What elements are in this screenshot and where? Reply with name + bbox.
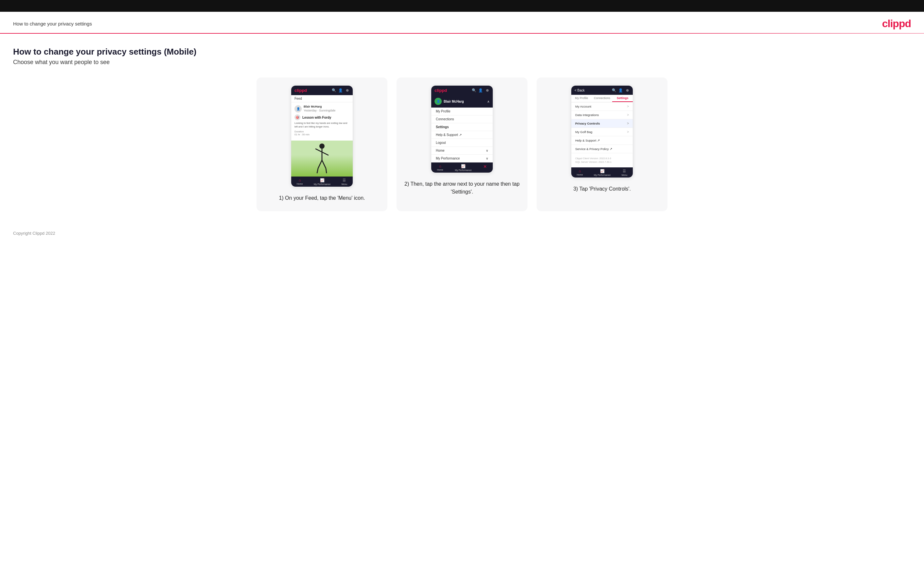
tab-myprofile[interactable]: My Profile xyxy=(571,95,592,102)
user-icon-3: 👤 xyxy=(619,88,623,92)
post-user-row: 👤 Blair McHarg Yesterday · Sunningdale xyxy=(294,105,349,113)
svg-point-0 xyxy=(319,143,325,149)
settings-footer: Clippd Client Version: 2022.8.3-3 GQL Se… xyxy=(571,153,633,168)
performance-icon: 📈 xyxy=(320,178,325,182)
post-duration: Duration01 hr : 30 min xyxy=(294,130,349,136)
nav3-menu-label: Menu xyxy=(622,174,628,176)
nav2-performance-label: My Performance xyxy=(455,169,472,171)
chevron-right-privacy: > xyxy=(627,122,629,125)
post-user-sub: Yesterday · Sunningdale xyxy=(304,109,335,113)
phone3-icons: 🔍 👤 ⊕ xyxy=(612,88,630,92)
home-icon: ⌂ xyxy=(299,178,301,182)
settings-item-privacy[interactable]: Privacy Controls > xyxy=(571,119,633,128)
settings-icon-2: ⊕ xyxy=(485,88,489,93)
phone2-bottom-nav: ⌂ Home 📈 My Performance ✕ xyxy=(431,163,493,172)
phone1-icons: 🔍 👤 ⊕ xyxy=(332,88,349,93)
settings-item-privacy-policy[interactable]: Service & Privacy Policy ↗ xyxy=(571,145,633,153)
menu-item-logout: Logout xyxy=(431,139,493,147)
post-text: Looking to feel like my hands are exitin… xyxy=(294,122,349,129)
settings-item-data[interactable]: Data Integrations > xyxy=(571,111,633,119)
menu-expand-home: Home ∨ xyxy=(431,147,493,155)
nav3-home: ⌂ Home xyxy=(577,169,583,176)
menu-items-list: My Profile Connections Settings Help & S… xyxy=(431,108,493,163)
svg-line-6 xyxy=(317,168,318,173)
tab-connections[interactable]: Connections xyxy=(592,95,612,102)
settings-item-help-label: Help & Support ↗ xyxy=(575,139,600,142)
svg-line-7 xyxy=(326,168,326,173)
settings-list: My Account > Data Integrations > Privacy… xyxy=(571,102,633,153)
page-footer: Copyright Clippd 2022 xyxy=(0,224,924,242)
lesson-row: 🎯 Lesson with Fordy xyxy=(294,114,349,120)
menu-expand-perf-label: My Performance xyxy=(436,156,460,160)
search-icon: 🔍 xyxy=(332,88,336,93)
phone1-header: clippd 🔍 👤 ⊕ xyxy=(291,85,353,95)
step-1-caption: 1) On your Feed, tap the 'Menu' icon. xyxy=(279,194,365,202)
lesson-icon: 🎯 xyxy=(294,114,300,120)
settings-item-data-label: Data Integrations xyxy=(575,113,599,117)
svg-line-3 xyxy=(322,152,328,155)
menu-expand-performance: My Performance ∨ xyxy=(431,155,493,163)
settings-item-privacy-policy-label: Service & Privacy Policy ↗ xyxy=(575,147,612,151)
phone3-bottom-nav: ⌂ Home 📈 My Performance ☰ Menu xyxy=(571,168,633,177)
settings-icon-3: ⊕ xyxy=(625,88,630,92)
nav3-home-label: Home xyxy=(577,174,583,176)
menu-user-name: Blair McHarg xyxy=(444,100,464,103)
nav-home: ⌂ Home xyxy=(297,178,303,185)
phone2-header: clippd 🔍 👤 ⊕ xyxy=(431,85,493,95)
search-icon-2: 🔍 xyxy=(472,88,477,93)
menu-overlay: 👤 Blair McHarg ∧ My Profile Connections … xyxy=(431,95,493,163)
lesson-title: Lesson with Fordy xyxy=(302,116,331,119)
post-user-info: Blair McHarg Yesterday · Sunningdale xyxy=(304,105,335,113)
menu-icon: ☰ xyxy=(342,178,346,182)
menu-chevron-up: ∧ xyxy=(487,100,489,103)
menu-expand-home-label: Home xyxy=(436,149,445,152)
settings-item-privacy-label: Privacy Controls xyxy=(575,122,600,125)
menu-user-info: 👤 Blair McHarg xyxy=(435,98,464,105)
step-3-caption: 3) Tap 'Privacy Controls'. xyxy=(573,185,631,193)
performance-icon-3: 📈 xyxy=(600,169,605,173)
menu-avatar: 👤 xyxy=(435,98,442,105)
settings-item-golf-bag-label: My Golf Bag xyxy=(575,130,592,134)
settings-item-help[interactable]: Help & Support ↗ xyxy=(571,136,633,145)
menu-item-help: Help & Support ↗ xyxy=(431,131,493,139)
main-content: How to change your privacy settings (Mob… xyxy=(0,44,924,224)
settings-icon: ⊕ xyxy=(345,88,349,93)
settings-back-bar: < Back 🔍 👤 ⊕ xyxy=(571,85,633,95)
header: How to change your privacy settings clip… xyxy=(0,12,924,33)
home-icon-3: ⌂ xyxy=(579,169,581,173)
nav2-home: ⌂ Home xyxy=(437,164,443,171)
settings-item-account[interactable]: My Account > xyxy=(571,102,633,111)
phone-3: < Back 🔍 👤 ⊕ My Profile Connections Sett… xyxy=(571,85,633,178)
nav-performance-label: My Performance xyxy=(314,183,331,185)
tab-settings[interactable]: Settings xyxy=(612,95,633,102)
steps-container: clippd 🔍 👤 ⊕ Feed 👤 Blair McHarg xyxy=(13,77,911,211)
menu-item-myprofile: My Profile xyxy=(431,108,493,115)
nav3-performance: 📈 My Performance xyxy=(594,169,611,176)
golfer-svg xyxy=(312,142,332,175)
page-heading: How to change your privacy settings (Mob… xyxy=(13,47,911,57)
nav2-home-label: Home xyxy=(437,169,443,171)
logo: clippd xyxy=(882,18,911,30)
header-divider xyxy=(0,33,924,34)
step-1-card: clippd 🔍 👤 ⊕ Feed 👤 Blair McHarg xyxy=(257,77,388,211)
user-icon: 👤 xyxy=(338,88,343,93)
phone2-logo: clippd xyxy=(435,88,447,93)
step-2-card: clippd 🔍 👤 ⊕ 👤 Blair McHarg xyxy=(397,77,527,211)
back-button: < Back xyxy=(575,89,585,92)
chevron-right-data: > xyxy=(627,113,629,117)
nav-performance: 📈 My Performance xyxy=(314,178,331,185)
nav-menu: ☰ Menu xyxy=(342,178,347,185)
top-bar xyxy=(0,0,924,12)
step-2-caption: 2) Then, tap the arrow next to your name… xyxy=(404,180,520,196)
expand-chevron-home: ∨ xyxy=(486,149,488,152)
feed-post: 👤 Blair McHarg Yesterday · Sunningdale 🎯… xyxy=(291,102,353,140)
version-line1: Clippd Client Version: 2022.8.3-3 xyxy=(575,156,629,160)
phone1-logo: clippd xyxy=(294,88,307,93)
step-3-card: < Back 🔍 👤 ⊕ My Profile Connections Sett… xyxy=(536,77,667,211)
menu-icon-3: ☰ xyxy=(623,169,626,173)
copyright: Copyright Clippd 2022 xyxy=(13,231,55,236)
phone1-bottom-nav: ⌂ Home 📈 My Performance ☰ Menu xyxy=(291,177,353,187)
phone-2: clippd 🔍 👤 ⊕ 👤 Blair McHarg xyxy=(431,85,493,173)
settings-item-golf-bag[interactable]: My Golf Bag > xyxy=(571,128,633,136)
phone2-icons: 🔍 👤 ⊕ xyxy=(472,88,489,93)
